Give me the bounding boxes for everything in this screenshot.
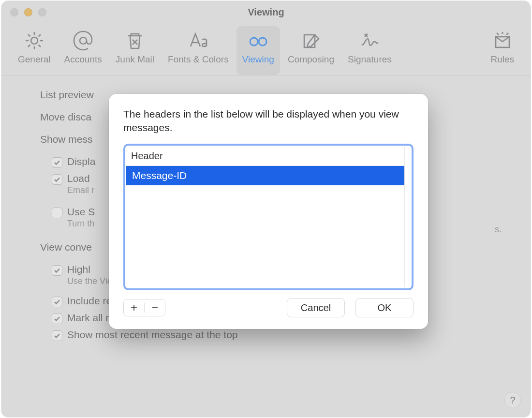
dialog-footer: + − Cancel OK [123,298,414,317]
header-name: Message-ID [132,170,187,181]
dialog-description: The headers in the list below will be di… [123,107,414,135]
custom-headers-dialog: The headers in the list below will be di… [109,94,428,329]
minus-icon: − [151,301,158,314]
headers-list[interactable]: Header Message-ID [123,144,414,290]
cancel-button[interactable]: Cancel [287,298,345,317]
list-item[interactable]: Message-ID [126,166,404,185]
headers-column-header: Header [126,147,405,166]
plus-icon: + [131,301,137,314]
remove-header-button[interactable]: − [145,299,165,316]
headers-list-body: Message-ID [126,166,405,287]
add-header-button[interactable]: + [124,299,144,316]
preferences-window: Viewing General Accounts [1,1,531,417]
add-remove-control: + − [123,299,165,316]
ok-button[interactable]: OK [355,298,414,317]
